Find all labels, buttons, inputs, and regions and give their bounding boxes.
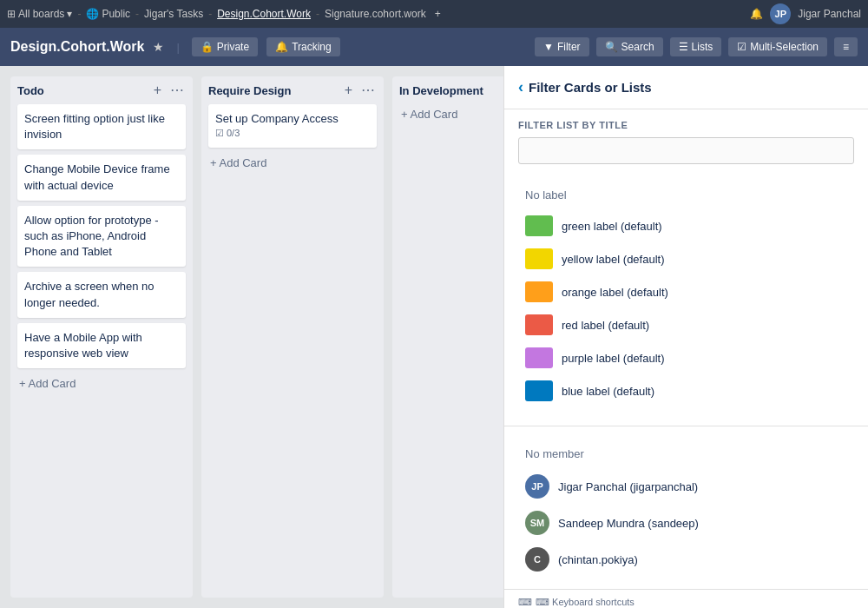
red-swatch	[525, 314, 553, 335]
jp-member-text: Jigar Panchal (jigarpanchal)	[558, 480, 698, 493]
add-card-icon-require[interactable]: +	[343, 83, 354, 97]
filter-divider	[504, 426, 868, 426]
yellow-label-text: yellow label (default)	[562, 253, 665, 266]
signature-cohort-link[interactable]: Signature.cohort.work	[325, 8, 426, 20]
list-todo: Todo + ⋯ Screen fitting option just like…	[10, 76, 193, 598]
lists-button[interactable]: ☰ Lists	[670, 37, 722, 56]
card-2[interactable]: Change Mobile Device frame with actual d…	[17, 155, 186, 200]
list-menu-require[interactable]: ⋯	[359, 83, 377, 97]
card-4[interactable]: Archive a screen when no longer needed.	[17, 272, 186, 317]
board-title: Design.Cohort.Work	[10, 39, 144, 55]
green-swatch	[525, 215, 553, 236]
jp-avatar: JP	[525, 474, 549, 499]
add-card-btn-todo[interactable]: + Add Card	[17, 373, 186, 393]
keyboard-icon: ⌨	[518, 597, 532, 608]
member-jp[interactable]: JP Jigar Panchal (jigarpanchal)	[518, 469, 854, 504]
top-nav-right: 🔔 JP Jigar Panchal	[750, 3, 861, 24]
more-menu-button[interactable]: ≡	[834, 37, 858, 56]
sm-avatar: SM	[525, 511, 549, 535]
star-button[interactable]: ★	[153, 40, 164, 54]
card-6[interactable]: Set up Company Access ☑ 0/3	[208, 104, 377, 148]
multi-selection-button[interactable]: ☑ Multi-Selection	[728, 37, 827, 56]
board-area: Todo + ⋯ Screen fitting option just like…	[0, 66, 868, 608]
label-green[interactable]: green label (default)	[518, 210, 854, 241]
orange-label-text: orange label (default)	[562, 286, 668, 299]
purple-swatch	[525, 347, 553, 368]
no-label-item[interactable]: No label	[518, 185, 854, 205]
tracking-button[interactable]: 🔔 Tracking	[266, 37, 340, 56]
search-button[interactable]: 🔍 Search	[596, 37, 663, 56]
label-red[interactable]: red label (default)	[518, 309, 854, 340]
list-in-development-title: In Development	[399, 84, 483, 97]
lock-icon: 🔒	[201, 41, 214, 53]
dropdown-icon: ▾	[67, 8, 72, 20]
keyboard-shortcuts-footer[interactable]: ⌨ ⌨ Keyboard shortcuts	[504, 589, 868, 608]
add-card-btn-require[interactable]: + Add Card	[208, 153, 377, 173]
list-require-design: Require Design + ⋯ Set up Company Access…	[201, 76, 384, 598]
filter-panel-header: ‹ Filter Cards or Lists	[504, 66, 868, 109]
filter-by-title-section: Filter List by Title	[504, 109, 868, 175]
checklist-badge: ☑ 0/3	[215, 127, 370, 140]
card-3[interactable]: Allow option for prototype - such as iPh…	[17, 206, 186, 268]
private-button[interactable]: 🔒 Private	[192, 37, 258, 56]
app-bar: Design.Cohort.Work ★ | 🔒 Private 🔔 Track…	[0, 28, 868, 66]
filter-panel: ‹ Filter Cards or Lists Filter List by T…	[503, 66, 868, 608]
blue-swatch	[525, 380, 553, 401]
list-todo-header: Todo + ⋯	[17, 83, 186, 97]
filter-panel-title: ‹ Filter Cards or Lists	[518, 78, 652, 96]
globe-icon: 🌐	[86, 8, 99, 20]
checkbox-icon: ☑	[737, 41, 746, 53]
filter-labels-section: No label green label (default) yellow la…	[504, 175, 868, 419]
card-5[interactable]: Have a Mobile App with responsive web vi…	[17, 323, 186, 368]
user-avatar[interactable]: JP	[770, 3, 791, 24]
jigars-tasks-link[interactable]: Jigar's Tasks	[144, 8, 203, 20]
top-navigation: ⊞ All boards ▾ - 🌐 Public - Jigar's Task…	[0, 0, 868, 28]
grid-icon: ⊞	[7, 8, 16, 20]
yellow-swatch	[525, 248, 553, 269]
red-label-text: red label (default)	[562, 319, 649, 332]
list-todo-title: Todo	[17, 84, 44, 97]
user-name-label[interactable]: Jigar Panchal	[798, 8, 861, 20]
add-card-icon-todo[interactable]: +	[152, 83, 163, 97]
public-link[interactable]: 🌐 Public	[86, 8, 130, 20]
member-sm[interactable]: SM Sandeep Mundra (sandeep)	[518, 506, 854, 540]
filter-title-input[interactable]	[518, 137, 854, 164]
bell-icon: 🔔	[750, 8, 763, 20]
search-icon: 🔍	[605, 41, 618, 53]
label-orange[interactable]: orange label (default)	[518, 276, 854, 307]
bell-icon: 🔔	[275, 41, 288, 53]
sm-member-text: Sandeep Mundra (sandeep)	[558, 517, 699, 530]
add-board-btn[interactable]: +	[435, 8, 441, 20]
label-yellow[interactable]: yellow label (default)	[518, 243, 854, 274]
card-1[interactable]: Screen fitting option just like invision	[17, 104, 186, 149]
all-boards-link[interactable]: ⊞ All boards ▾	[7, 8, 72, 20]
current-board-link[interactable]: Design.Cohort.Work	[217, 8, 311, 20]
filter-back-button[interactable]: ‹	[518, 78, 523, 96]
purple-label-text: purple label (default)	[562, 352, 665, 365]
filter-by-title-label: Filter List by Title	[518, 120, 854, 130]
c-avatar: C	[525, 547, 549, 572]
notification-btn[interactable]: 🔔	[750, 8, 763, 20]
list-require-design-title: Require Design	[208, 84, 291, 97]
filter-icon: ▼	[543, 41, 554, 53]
list-menu-todo[interactable]: ⋯	[168, 83, 186, 97]
green-label-text: green label (default)	[562, 220, 662, 233]
filter-members-section: No member JP Jigar Panchal (jigarpanchal…	[504, 433, 868, 589]
blue-label-text: blue label (default)	[562, 385, 654, 398]
c-member-text: (chintan.pokiya)	[558, 553, 638, 566]
lists-icon: ☰	[679, 41, 688, 53]
list-require-design-header: Require Design + ⋯	[208, 83, 377, 97]
member-c[interactable]: C (chintan.pokiya)	[518, 542, 854, 577]
label-blue[interactable]: blue label (default)	[518, 375, 854, 406]
orange-swatch	[525, 281, 553, 302]
no-member-item[interactable]: No member	[518, 444, 854, 464]
label-purple[interactable]: purple label (default)	[518, 342, 854, 373]
app-bar-right: ▼ Filter 🔍 Search ☰ Lists ☑ Multi-Select…	[535, 37, 858, 56]
filter-button[interactable]: ▼ Filter	[535, 37, 589, 56]
checklist-icon: ☑	[215, 127, 224, 140]
more-icon: ≡	[843, 41, 849, 53]
